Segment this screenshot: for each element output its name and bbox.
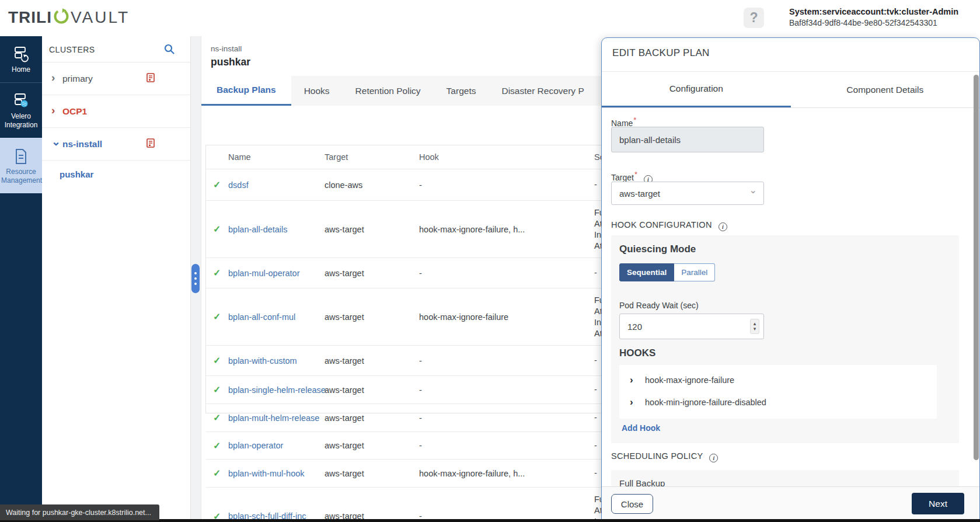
info-icon: i	[709, 454, 718, 462]
panel-tabbar: Configuration Component Details	[602, 71, 979, 108]
success-check-icon: ✓	[213, 258, 226, 288]
cluster-label[interactable]: primary	[62, 74, 93, 84]
toggle-sequential[interactable]: Sequential	[619, 263, 674, 281]
hook-list-item[interactable]: › hook-max-ignore-failure	[619, 370, 937, 392]
chevron-right-icon[interactable]: ›	[630, 374, 633, 386]
success-check-icon: ✓	[213, 288, 226, 345]
logo-circular-arrow-icon	[53, 8, 70, 27]
row-target: aws-target	[325, 201, 412, 257]
success-check-icon: ✓	[213, 169, 226, 200]
backup-plan-link[interactable]: bplan-all-details	[228, 225, 288, 234]
backup-plan-link[interactable]: bplan-operator	[228, 441, 283, 450]
scheduling-policy-heading: SCHEDULING POLICY i	[611, 451, 718, 462]
row-target: aws-target	[325, 488, 412, 522]
add-hook-link[interactable]: Add Hook	[622, 423, 660, 433]
table-row[interactable]: ✓ bplan-with-mul-hook aws-target hook-ma…	[206, 460, 637, 488]
col-header-name: Name	[228, 145, 322, 169]
table-row[interactable]: ✓ bplan-mul-operator aws-target - -	[206, 258, 637, 288]
clusters-header: CLUSTERS	[42, 36, 190, 62]
nav-label-resource-management: Resource Management	[0, 168, 42, 193]
target-select[interactable]: aws-target ⌄	[611, 182, 764, 205]
backup-plan-link[interactable]: bplan-single-helm-release	[228, 385, 326, 395]
hook-list-item[interactable]: › hook-min-ignore-failure-disabled	[619, 392, 937, 414]
backup-plans-table: Name Target Hook Sch ✓ dsdsf clone-aws -…	[205, 145, 637, 413]
required-asterisk: *	[633, 116, 636, 124]
tab-targets[interactable]: Targets	[434, 76, 489, 106]
step-down-icon[interactable]: ▾	[754, 326, 756, 332]
main-tabbar: Backup Plans Hooks Retention Policy Targ…	[201, 76, 606, 106]
report-doc-icon[interactable]	[145, 138, 156, 151]
cluster-item-primary[interactable]: › primary	[42, 62, 190, 95]
success-check-icon: ✓	[213, 346, 226, 375]
top-bar: TRILI VAULT ? System:serviceaccount:tvk:…	[0, 0, 980, 36]
hooks-list: › hook-max-ignore-failure › hook-min-ign…	[619, 365, 937, 419]
table-row[interactable]: ✓ bplan-with-custom aws-target - -	[206, 346, 637, 376]
table-row[interactable]: ✓ bplan-single-helm-release aws-target -…	[206, 376, 637, 404]
home-icon	[12, 46, 30, 63]
table-row[interactable]: ✓ dsdsf clone-aws - -	[206, 169, 637, 201]
tab-retention-policy[interactable]: Retention Policy	[343, 76, 434, 106]
pod-ready-wait-input[interactable]	[619, 314, 764, 339]
row-target: aws-target	[325, 432, 412, 459]
next-button[interactable]: Next	[912, 493, 964, 514]
clusters-title: CLUSTERS	[49, 45, 95, 54]
row-target: clone-aws	[325, 169, 412, 200]
number-stepper[interactable]: ▴ ▾	[750, 319, 759, 334]
user-info: System:serviceaccount:tvk:cluster-Admin …	[789, 7, 971, 27]
table-row[interactable]: ✓ bplan-sch-full-diff-inc aws-target - F…	[206, 488, 637, 522]
help-button[interactable]: ?	[744, 8, 764, 28]
tab-hooks[interactable]: Hooks	[291, 76, 343, 106]
success-check-icon: ✓	[213, 201, 226, 257]
nav-item-home[interactable]: Home	[0, 46, 42, 82]
close-button[interactable]: Close	[611, 494, 653, 514]
breadcrumb: ns-install	[211, 44, 242, 53]
toggle-parallel[interactable]: Parallel	[674, 263, 715, 281]
tab-disaster-recovery[interactable]: Disaster Recovery P	[489, 76, 597, 106]
resource-management-icon	[12, 148, 30, 165]
cluster-item-ocp1[interactable]: › OCP1	[42, 95, 190, 128]
success-check-icon: ✓	[213, 376, 226, 403]
table-row[interactable]: ✓ bplan-all-conf-mul aws-target hook-max…	[206, 288, 637, 346]
table-header-row: Name Target Hook Sch	[206, 145, 637, 169]
namespace-label[interactable]: pushkar	[60, 169, 93, 179]
row-target: aws-target	[325, 376, 412, 403]
table-row[interactable]: ✓ bplan-all-details aws-target hook-max-…	[206, 201, 637, 258]
report-doc-icon[interactable]	[145, 72, 156, 85]
table-row[interactable]: ✓ bplan-operator aws-target - -	[206, 432, 637, 460]
name-input[interactable]	[611, 127, 764, 152]
cluster-label[interactable]: ns-install	[62, 139, 102, 149]
nav-item-velero-integration[interactable]: Velero Integration	[0, 82, 42, 138]
backup-plan-link[interactable]: bplan-with-custom	[228, 356, 297, 366]
backup-plan-link[interactable]: bplan-with-mul-hook	[228, 469, 305, 478]
namespace-item-pushkar[interactable]: pushkar	[42, 161, 190, 187]
tab-component-details[interactable]: Component Details	[791, 72, 980, 107]
backup-plan-link[interactable]: bplan-mul-operator	[228, 269, 300, 278]
name-field-label: Name*	[611, 116, 636, 128]
panel-scrollbar[interactable]	[974, 73, 979, 519]
cluster-item-ns-install[interactable]: ⌄ ns-install	[42, 128, 190, 161]
chevron-right-icon[interactable]: ›	[630, 396, 633, 408]
hook-configuration-heading: HOOK CONFIGURATION i	[611, 220, 727, 231]
backup-plan-link[interactable]: dsdsf	[228, 180, 249, 190]
row-hook: hook-max-ignore-failure, h...	[419, 201, 591, 257]
table-row[interactable]: ✓ bplan-mult-helm-release aws-target - -	[206, 404, 637, 432]
chevron-down-icon[interactable]: ⌄	[51, 135, 61, 148]
info-icon: i	[719, 222, 727, 231]
panel-footer: Close Next	[602, 486, 979, 520]
backup-plan-link[interactable]: bplan-mult-helm-release	[228, 413, 319, 423]
chevron-right-icon[interactable]: ›	[51, 104, 55, 117]
tab-backup-plans[interactable]: Backup Plans	[201, 76, 291, 106]
backup-plan-link[interactable]: bplan-all-conf-mul	[228, 312, 295, 322]
tab-configuration[interactable]: Configuration	[602, 72, 791, 107]
row-hook: -	[419, 376, 591, 403]
target-select-value: aws-target	[619, 189, 660, 199]
nav-label-velero-integration: Velero Integration	[0, 112, 42, 138]
col-header-target: Target	[325, 145, 412, 169]
drag-handle[interactable]	[191, 264, 200, 293]
scrollbar-thumb[interactable]	[974, 75, 979, 460]
edit-backup-plan-panel: EDIT BACKUP PLAN Configuration Component…	[601, 37, 980, 520]
chevron-right-icon[interactable]: ›	[51, 71, 55, 84]
search-icon[interactable]	[163, 43, 175, 57]
nav-item-resource-management[interactable]: Resource Management	[0, 138, 42, 193]
cluster-label[interactable]: OCP1	[62, 106, 87, 117]
